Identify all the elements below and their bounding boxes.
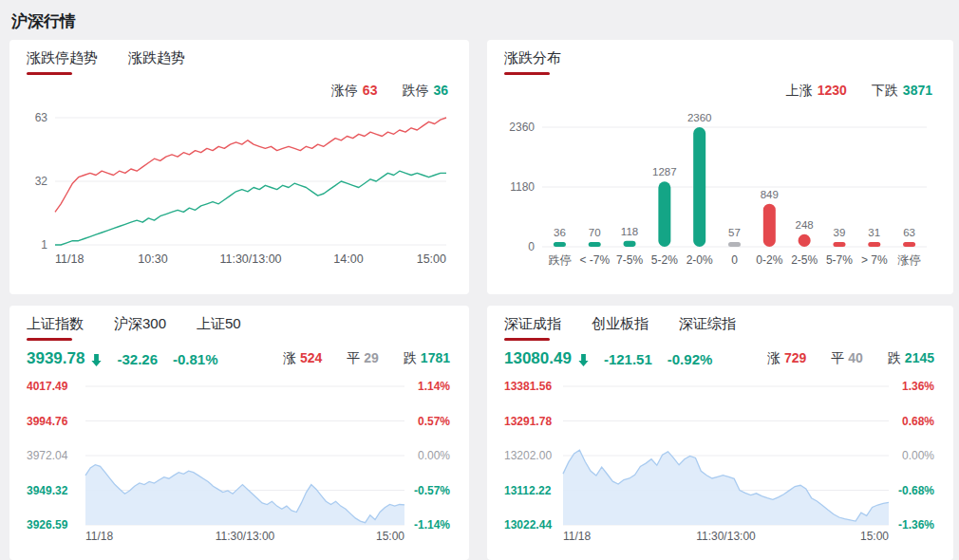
legend-limit-up-value: 63 <box>363 83 378 98</box>
distribution-legend: 上涨1230 下跌3871 <box>504 82 936 101</box>
svg-text:跌停: 跌停 <box>548 253 571 267</box>
svg-text:15:00: 15:00 <box>417 252 446 266</box>
svg-text:57: 57 <box>728 227 741 238</box>
svg-text:63: 63 <box>903 227 915 238</box>
sh-change: -32.26 <box>117 351 158 367</box>
svg-text:-0.68%: -0.68% <box>898 484 934 497</box>
sz-index-chart[interactable]: 13381.561.36%13291.780.68%13202.000.00%1… <box>504 375 936 546</box>
panel-sz-index: 深证成指 创业板指 深证综指 13080.49 -121.51 -0.92% 涨… <box>487 306 953 560</box>
svg-text:2360: 2360 <box>509 121 535 134</box>
svg-text:0.57%: 0.57% <box>418 415 450 428</box>
svg-text:13112.22: 13112.22 <box>504 484 552 497</box>
limit-trend-chart[interactable]: 6332111/1810:3011:30/13:0014:0015:00 <box>27 104 452 271</box>
svg-text:11/18: 11/18 <box>563 530 591 543</box>
svg-text:5-7%: 5-7% <box>826 253 853 267</box>
legend-decliners-label: 下跌 <box>872 83 898 98</box>
svg-text:11/18: 11/18 <box>85 530 113 543</box>
sh-change-pct: -0.81% <box>173 351 218 367</box>
svg-text:15:00: 15:00 <box>860 530 889 543</box>
svg-text:2-0%: 2-0% <box>686 253 713 267</box>
svg-text:1287: 1287 <box>652 166 677 177</box>
distribution-chart[interactable]: 23601180036跌停70< -7%1187-5%12875-2%23602… <box>504 104 936 277</box>
svg-text:31: 31 <box>868 227 880 238</box>
svg-text:5-2%: 5-2% <box>651 253 678 267</box>
svg-text:10:30: 10:30 <box>138 252 167 266</box>
limit-trend-tabs: 涨跌停趋势 涨跌趋势 <box>27 49 452 76</box>
sz-index-stats: 13080.49 -121.51 -0.92% 涨729 平40 跌2145 <box>504 348 936 369</box>
sh-price: 3939.78 <box>27 349 85 368</box>
tab-sz-component[interactable]: 深证成指 <box>504 315 561 342</box>
svg-text:14:00: 14:00 <box>333 252 363 266</box>
svg-text:-0.57%: -0.57% <box>414 484 450 497</box>
svg-text:0.68%: 0.68% <box>902 415 934 428</box>
tab-chinext[interactable]: 创业板指 <box>592 315 649 342</box>
svg-text:849: 849 <box>761 189 779 200</box>
svg-text:13202.00: 13202.00 <box>504 449 552 462</box>
legend-advancers[interactable]: 上涨1230 <box>786 83 847 100</box>
legend-advancers-label: 上涨 <box>786 83 813 98</box>
distribution-tabs: 涨跌分布 <box>504 49 936 76</box>
legend-limit-up-label: 涨停 <box>331 83 358 98</box>
svg-text:-1.14%: -1.14% <box>414 518 450 532</box>
svg-text:1: 1 <box>41 238 47 252</box>
tab-csi300[interactable]: 沪深300 <box>114 315 166 342</box>
svg-text:0: 0 <box>731 253 738 267</box>
svg-text:3994.76: 3994.76 <box>27 415 68 428</box>
svg-text:70: 70 <box>589 227 601 238</box>
svg-text:248: 248 <box>796 219 814 231</box>
sz-change: -121.51 <box>604 351 652 367</box>
svg-text:< -7%: < -7% <box>579 253 610 267</box>
legend-limit-up[interactable]: 涨停63 <box>331 83 378 100</box>
svg-text:36: 36 <box>554 227 566 238</box>
svg-text:39: 39 <box>834 227 846 238</box>
sz-decliners: 跌2145 <box>888 350 934 367</box>
tab-distribution[interactable]: 涨跌分布 <box>504 49 561 76</box>
svg-text:11:30/13:00: 11:30/13:00 <box>216 530 275 543</box>
svg-text:0-2%: 0-2% <box>756 253 782 267</box>
sh-index-chart[interactable]: 4017.491.14%3994.760.57%3972.040.00%3949… <box>27 375 452 546</box>
sh-unchanged: 平29 <box>347 350 379 367</box>
svg-text:13381.56: 13381.56 <box>504 380 552 393</box>
svg-text:0.00%: 0.00% <box>902 449 934 462</box>
sz-change-pct: -0.92% <box>668 351 713 367</box>
svg-text:11/18: 11/18 <box>55 252 84 266</box>
sh-advancers: 涨524 <box>283 350 322 367</box>
tab-up-down-trend[interactable]: 涨跌趋势 <box>128 49 185 76</box>
legend-limit-down-label: 跌停 <box>402 83 428 98</box>
svg-text:0: 0 <box>528 240 535 253</box>
sz-index-tabs: 深证成指 创业板指 深证综指 <box>504 315 936 342</box>
svg-text:0.00%: 0.00% <box>418 449 450 462</box>
svg-text:3972.04: 3972.04 <box>27 449 68 462</box>
legend-limit-down[interactable]: 跌停36 <box>402 83 448 100</box>
tab-sh-composite[interactable]: 上证指数 <box>27 315 84 342</box>
svg-text:1.14%: 1.14% <box>418 380 450 393</box>
legend-advancers-value: 1230 <box>818 83 847 98</box>
legend-decliners[interactable]: 下跌3871 <box>872 83 932 100</box>
legend-decliners-value: 3871 <box>903 83 932 98</box>
svg-text:118: 118 <box>621 226 638 237</box>
down-arrow-icon <box>91 354 102 366</box>
svg-text:-1.36%: -1.36% <box>898 518 934 532</box>
svg-text:4017.49: 4017.49 <box>27 380 68 393</box>
panel-grid: 涨跌停趋势 涨跌趋势 涨停63 跌停36 6332111/1810:3011:3… <box>0 40 959 560</box>
tab-sz-composite[interactable]: 深证综指 <box>679 315 736 342</box>
sh-index-tabs: 上证指数 沪深300 上证50 <box>27 315 452 342</box>
panel-distribution: 涨跌分布 上涨1230 下跌3871 23601180036跌停70< -7%1… <box>487 40 953 294</box>
tab-sse50[interactable]: 上证50 <box>197 315 241 342</box>
sz-price: 13080.49 <box>504 349 572 368</box>
svg-text:32: 32 <box>35 175 48 188</box>
sz-advancers: 涨729 <box>767 350 806 367</box>
svg-text:2360: 2360 <box>687 112 712 123</box>
sz-unchanged: 平40 <box>831 350 863 367</box>
svg-text:1.36%: 1.36% <box>902 380 934 393</box>
svg-text:15:00: 15:00 <box>376 530 404 543</box>
svg-text:> 7%: > 7% <box>861 253 888 267</box>
tab-limit-up-down-trend[interactable]: 涨跌停趋势 <box>27 49 98 76</box>
svg-text:11:30/13:00: 11:30/13:00 <box>219 252 281 266</box>
svg-text:11:30/13:00: 11:30/13:00 <box>696 530 756 543</box>
svg-text:3926.59: 3926.59 <box>27 518 68 532</box>
page-title: 沪深行情 <box>0 0 959 40</box>
svg-text:涨停: 涨停 <box>897 253 921 267</box>
limit-trend-legend: 涨停63 跌停36 <box>27 82 452 101</box>
svg-text:13022.44: 13022.44 <box>504 518 552 532</box>
